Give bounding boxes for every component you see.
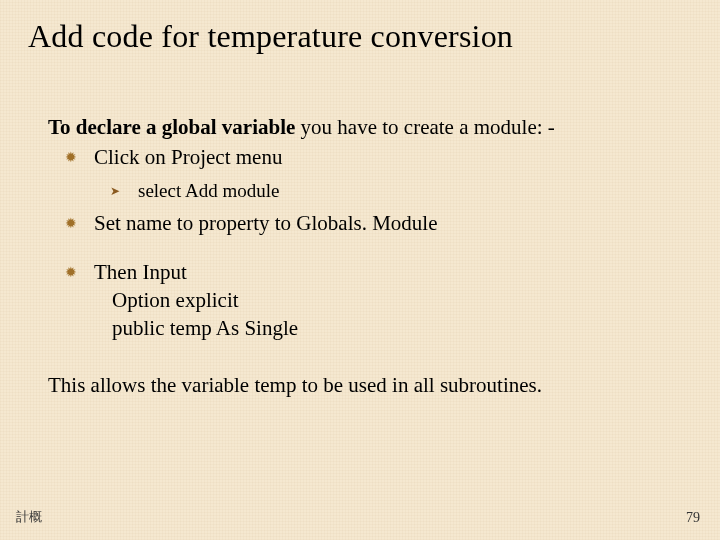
sunburst-icon: ✹ <box>48 209 94 234</box>
slide-title: Add code for temperature conversion <box>0 0 720 55</box>
slide-body: To declare a global variable you have to… <box>0 55 720 399</box>
code-line-1: Option explicit <box>112 286 672 314</box>
bullet-3-text: Then Input <box>94 258 672 286</box>
page-number: 79 <box>686 510 700 526</box>
sunburst-icon: ✹ <box>48 258 94 283</box>
bullet-1: ✹ Click on Project menu <box>48 143 672 171</box>
footer-left: 計概 <box>16 508 42 526</box>
sub-bullet-1: ➤ select Add module <box>48 178 672 204</box>
sunburst-icon: ✹ <box>48 143 94 168</box>
code-line-2: public temp As Single <box>112 314 672 342</box>
intro-bold: To declare a global variable <box>48 115 295 139</box>
closing-line: This allows the variable temp to be used… <box>48 371 672 399</box>
bullet-3: ✹ Then Input Option explicit public temp… <box>48 258 672 343</box>
bullet-3-block: Then Input Option explicit public temp A… <box>94 258 672 343</box>
bullet-1-text: Click on Project menu <box>94 143 672 171</box>
intro-line: To declare a global variable you have to… <box>48 113 672 141</box>
intro-rest: you have to create a module: - <box>295 115 554 139</box>
bullet-2-text: Set name to property to Globals. Module <box>94 209 672 237</box>
bullet-2: ✹ Set name to property to Globals. Modul… <box>48 209 672 237</box>
sub-bullet-1-text: select Add module <box>138 178 672 204</box>
chevron-right-icon: ➤ <box>48 178 138 199</box>
